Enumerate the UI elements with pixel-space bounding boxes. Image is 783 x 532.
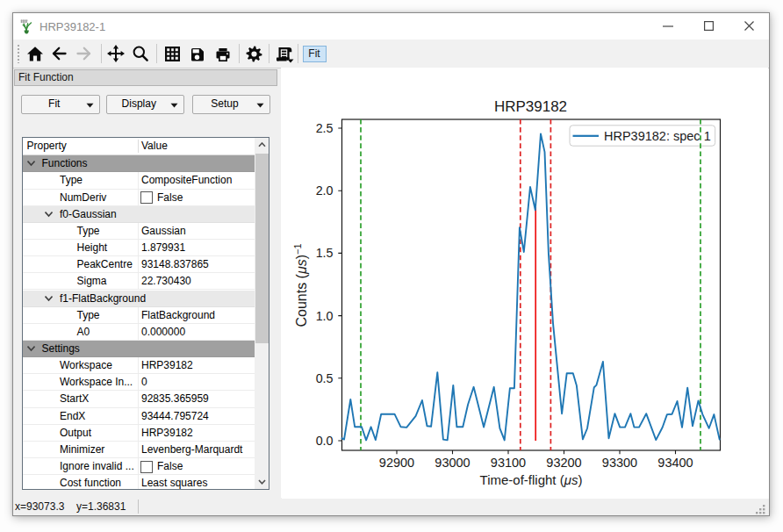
svg-text:Counts (μs)−1: Counts (μs)−1 [292, 243, 309, 327]
svg-text:93300: 93300 [602, 456, 637, 470]
svg-text:1.0: 1.0 [316, 309, 334, 323]
svg-text:Time-of-flight (μs): Time-of-flight (μs) [480, 472, 583, 487]
svg-text:HRP39182: HRP39182 [494, 98, 567, 115]
svg-text:93100: 93100 [491, 456, 526, 470]
svg-text:93200: 93200 [546, 456, 581, 470]
svg-text:2.5: 2.5 [316, 121, 334, 135]
svg-text:HRP39182: spec 1: HRP39182: spec 1 [604, 129, 711, 143]
svg-text:2.0: 2.0 [316, 183, 334, 198]
svg-text:93000: 93000 [435, 456, 470, 470]
svg-text:92900: 92900 [379, 456, 414, 470]
svg-text:93400: 93400 [657, 456, 693, 470]
svg-text:0.0: 0.0 [316, 434, 334, 448]
svg-text:0.5: 0.5 [316, 371, 334, 385]
svg-text:1.5: 1.5 [316, 246, 334, 260]
